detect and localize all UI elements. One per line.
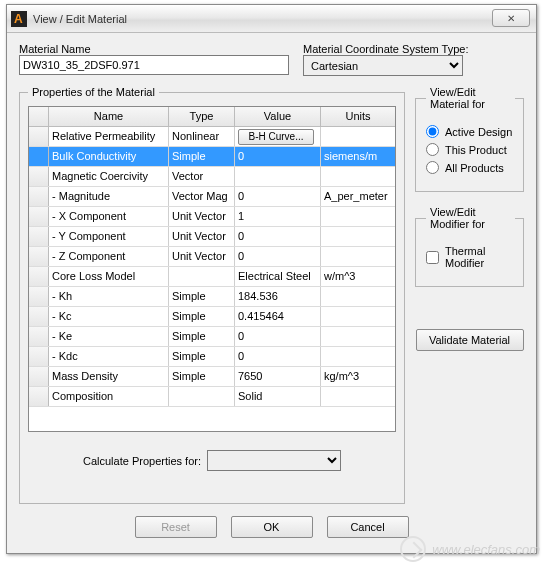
bh-curve-button[interactable]: B-H Curve...	[238, 129, 314, 145]
cell-type[interactable]	[169, 267, 235, 286]
material-name-input[interactable]	[19, 55, 289, 75]
cell-value[interactable]: Solid	[235, 387, 321, 406]
cell-units[interactable]	[321, 167, 395, 186]
cell-units[interactable]: siemens/m	[321, 147, 395, 166]
cell-units[interactable]	[321, 287, 395, 306]
col-type[interactable]: Type	[169, 107, 235, 126]
cell-value[interactable]: 7650	[235, 367, 321, 386]
cell-name[interactable]: - Kdc	[49, 347, 169, 366]
cell-units[interactable]	[321, 207, 395, 226]
thermal-modifier-checkbox[interactable]	[426, 251, 439, 264]
row-header	[29, 187, 49, 206]
cell-name[interactable]: - Z Component	[49, 247, 169, 266]
reset-button[interactable]: Reset	[135, 516, 217, 538]
cell-name[interactable]: - Kc	[49, 307, 169, 326]
cancel-button[interactable]: Cancel	[327, 516, 409, 538]
cell-value[interactable]	[235, 167, 321, 186]
cell-value[interactable]: 0	[235, 327, 321, 346]
table-row[interactable]: - MagnitudeVector Mag0A_per_meter	[29, 187, 395, 207]
table-row[interactable]: Magnetic CoercivityVector	[29, 167, 395, 187]
close-button[interactable]: ✕	[492, 9, 530, 27]
cell-units[interactable]	[321, 327, 395, 346]
cell-units[interactable]	[321, 227, 395, 246]
cell-units[interactable]	[321, 347, 395, 366]
table-row[interactable]: Bulk ConductivitySimple0siemens/m	[29, 147, 395, 167]
close-icon: ✕	[507, 13, 515, 24]
validate-button[interactable]: Validate Material	[416, 329, 524, 351]
radio-active-design-input[interactable]	[426, 125, 439, 138]
cell-units[interactable]	[321, 387, 395, 406]
table-row[interactable]: - KhSimple184.536	[29, 287, 395, 307]
cell-type[interactable]: Simple	[169, 307, 235, 326]
cell-type[interactable]: Unit Vector	[169, 227, 235, 246]
cell-type[interactable]: Simple	[169, 327, 235, 346]
cell-type[interactable]: Vector Mag	[169, 187, 235, 206]
radio-active-design[interactable]: Active Design	[426, 125, 515, 138]
radio-this-product-input[interactable]	[426, 143, 439, 156]
table-row[interactable]: - KeSimple0	[29, 327, 395, 347]
coord-system-select[interactable]: Cartesian	[303, 55, 463, 76]
cell-name[interactable]: - Magnitude	[49, 187, 169, 206]
cell-units[interactable]	[321, 307, 395, 326]
cell-type[interactable]: Simple	[169, 347, 235, 366]
cell-name[interactable]: Relative Permeability	[49, 127, 169, 146]
cell-units[interactable]: A_per_meter	[321, 187, 395, 206]
table-row[interactable]: - KcSimple0.415464	[29, 307, 395, 327]
table-row[interactable]: - X ComponentUnit Vector1	[29, 207, 395, 227]
table-row[interactable]: - Z ComponentUnit Vector0	[29, 247, 395, 267]
cell-name[interactable]: - X Component	[49, 207, 169, 226]
cell-type[interactable]: Unit Vector	[169, 207, 235, 226]
cell-name[interactable]: - Ke	[49, 327, 169, 346]
radio-this-product[interactable]: This Product	[426, 143, 515, 156]
col-units[interactable]: Units	[321, 107, 395, 126]
table-row[interactable]: Relative PermeabilityNonlinearB-H Curve.…	[29, 127, 395, 147]
cell-name[interactable]: Bulk Conductivity	[49, 147, 169, 166]
radio-all-products[interactable]: All Products	[426, 161, 515, 174]
cell-value[interactable]: 0	[235, 187, 321, 206]
cell-type[interactable]: Nonlinear	[169, 127, 235, 146]
table-row[interactable]: CompositionSolid	[29, 387, 395, 407]
cell-type[interactable]: Unit Vector	[169, 247, 235, 266]
cell-units[interactable]: kg/m^3	[321, 367, 395, 386]
cell-value[interactable]: Electrical Steel	[235, 267, 321, 286]
radio-all-products-input[interactable]	[426, 161, 439, 174]
cell-value[interactable]: 184.536	[235, 287, 321, 306]
cell-name[interactable]: Core Loss Model	[49, 267, 169, 286]
cell-value[interactable]: 0	[235, 247, 321, 266]
modifier-for-legend: View/Edit Modifier for	[426, 206, 515, 230]
view-for-fieldset: View/Edit Material for Active Design Thi…	[415, 86, 524, 192]
cell-units[interactable]: w/m^3	[321, 267, 395, 286]
cell-value[interactable]: 0	[235, 147, 321, 166]
row-header	[29, 307, 49, 326]
cell-type[interactable]: Simple	[169, 367, 235, 386]
col-name[interactable]: Name	[49, 107, 169, 126]
row-header	[29, 167, 49, 186]
cell-name[interactable]: Composition	[49, 387, 169, 406]
cell-value[interactable]: 0	[235, 227, 321, 246]
cell-name[interactable]: Magnetic Coercivity	[49, 167, 169, 186]
table-row[interactable]: - KdcSimple0	[29, 347, 395, 367]
table-row[interactable]: Mass DensitySimple7650kg/m^3	[29, 367, 395, 387]
cell-type[interactable]: Vector	[169, 167, 235, 186]
cell-units[interactable]	[321, 247, 395, 266]
thermal-modifier-option[interactable]: Thermal Modifier	[426, 245, 515, 269]
cell-type[interactable]: Simple	[169, 147, 235, 166]
cell-value[interactable]: 1	[235, 207, 321, 226]
grid-corner	[29, 107, 49, 126]
ok-button[interactable]: OK	[231, 516, 313, 538]
col-value[interactable]: Value	[235, 107, 321, 126]
cell-name[interactable]: - Kh	[49, 287, 169, 306]
cell-value[interactable]: 0.415464	[235, 307, 321, 326]
cell-name[interactable]: Mass Density	[49, 367, 169, 386]
cell-units[interactable]	[321, 127, 395, 146]
cell-value[interactable]: B-H Curve...	[235, 127, 321, 146]
cell-type[interactable]: Simple	[169, 287, 235, 306]
calc-select[interactable]	[207, 450, 341, 471]
dialog-content: Material Name Material Coordinate System…	[7, 33, 536, 546]
cell-type[interactable]	[169, 387, 235, 406]
cell-value[interactable]: 0	[235, 347, 321, 366]
table-row[interactable]: - Y ComponentUnit Vector0	[29, 227, 395, 247]
calc-label: Calculate Properties for:	[83, 455, 201, 467]
cell-name[interactable]: - Y Component	[49, 227, 169, 246]
table-row[interactable]: Core Loss ModelElectrical Steelw/m^3	[29, 267, 395, 287]
